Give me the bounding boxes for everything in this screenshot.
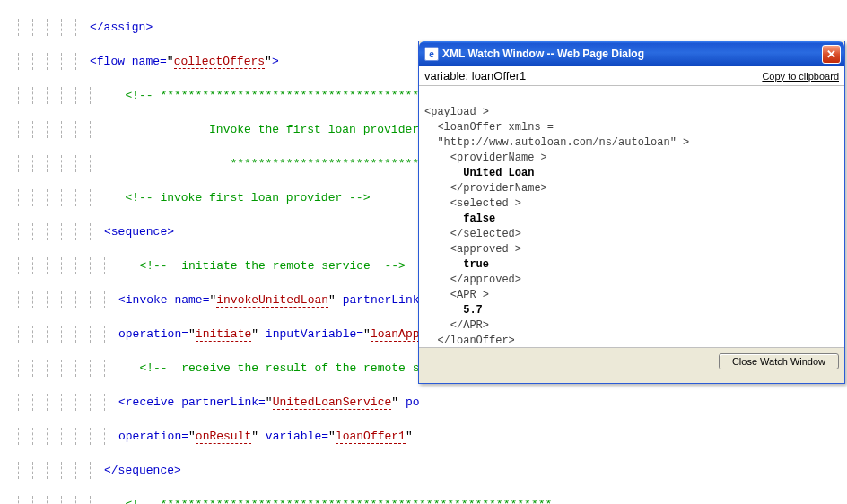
xml-line: </loanOffer> <box>424 335 515 347</box>
xml-tag: <flow <box>90 55 132 68</box>
dialog-titlebar[interactable]: e XML Watch Window -- Web Page Dialog ✕ <box>419 41 844 66</box>
xml-line: </selected> <box>424 228 521 240</box>
xml-line: <approved > <box>424 243 521 256</box>
xml-value: 5.7 <box>424 304 483 317</box>
xml-tag: > <box>272 55 279 68</box>
xml-tag: </sequence> <box>104 464 181 477</box>
xml-content-pane[interactable]: <payload > <loanOffer xmlns = "http://ww… <box>419 86 844 348</box>
attr-value: UnitedLoanService <box>273 395 392 410</box>
attr-value: loanOffer1 <box>336 430 406 444</box>
attr-name: variable= <box>258 430 328 443</box>
xml-line: <loanOffer xmlns = <box>424 121 554 134</box>
attr-name: po <box>398 395 419 409</box>
attr-value: collectOffers <box>174 55 265 69</box>
dialog-footer: Close Watch Window <box>419 348 844 375</box>
ie-page-icon: e <box>424 47 439 61</box>
comment: Invoke the first loan provider (Un <box>209 123 447 136</box>
attr-name: operation= <box>118 430 188 443</box>
dialog-toolbar: variable: loanOffer1 Copy to clipboard <box>419 66 844 86</box>
attr-name: name= <box>132 55 167 68</box>
xml-line: <payload > <box>424 106 489 118</box>
copy-to-clipboard-link[interactable]: Copy to clipboard <box>762 71 839 82</box>
xml-line: <selected > <box>424 197 521 210</box>
attr-value: loanApp <box>371 327 420 342</box>
xml-line: </approved> <box>424 274 521 286</box>
attr-name: partnerLink= <box>181 395 266 409</box>
variable-label: variable: loanOffer1 <box>424 69 526 83</box>
xml-value: United Loan <box>424 167 534 179</box>
xml-line: "http://www.autoloan.com/ns/autoloan" > <box>424 136 689 149</box>
xml-value: false <box>424 213 495 225</box>
xml-line: </providerName> <box>424 182 547 195</box>
close-icon[interactable]: ✕ <box>822 45 841 64</box>
close-watch-window-button[interactable]: Close Watch Window <box>719 353 839 369</box>
xml-line: <APR > <box>424 289 489 301</box>
comment: <!-- initiate the remote service --> <box>139 259 405 273</box>
xml-line: </APR> <box>424 319 489 332</box>
attr-name: name= <box>174 293 209 307</box>
xml-line: <providerName > <box>424 152 547 164</box>
attr-value: initiate <box>196 327 251 342</box>
attr-name: inputVariable= <box>258 327 363 341</box>
xml-tag: <sequence> <box>104 225 174 239</box>
xml-tag: <invoke <box>118 293 174 307</box>
xml-watch-dialog: e XML Watch Window -- Web Page Dialog ✕ … <box>418 41 845 384</box>
comment: <!-- ***********************************… <box>125 498 552 504</box>
attr-value: onResult <box>196 430 251 444</box>
xml-value: true <box>424 258 489 271</box>
xml-tag: <receive <box>118 395 181 409</box>
comment: <!-- invoke first loan provider --> <box>125 191 370 204</box>
attr-name: partnerLink <box>336 293 420 307</box>
attr-value: invokeUnitedLoan <box>216 293 328 308</box>
comment: <!-- receive the result of the remote se <box>139 361 426 375</box>
attr-name: operation= <box>118 327 188 341</box>
xml-tag: </assign> <box>90 21 153 34</box>
dialog-title: XML Watch Window -- Web Page Dialog <box>442 48 644 60</box>
